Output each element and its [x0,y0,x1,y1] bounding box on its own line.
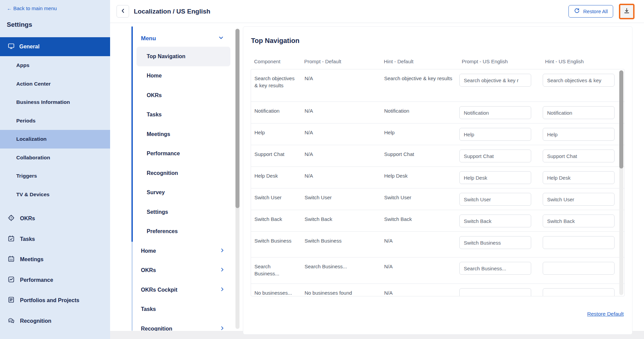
menu-item-settings[interactable]: Settings [131,202,241,222]
hint-us-input[interactable] [543,74,615,87]
chat-bubbles-icon [7,317,15,325]
sidebar-item-performance[interactable]: Performance [0,270,110,291]
hint-default-cell: N/A [381,232,459,257]
calendar-dots-icon [7,255,15,264]
menu-section-okrs-cockpit[interactable]: OKRs Cockpit [131,280,241,300]
prompt-us-input[interactable] [459,262,531,275]
column-header-prompt-us: Prompt - US English [459,59,542,64]
menu-section-label: Tasks [141,306,156,312]
menu-item-home[interactable]: Home [131,66,241,86]
component-cell: Switch User [251,188,302,210]
sidebar-item-tv-devices[interactable]: TV & Devices [0,185,110,204]
hint-us-input[interactable] [543,128,615,141]
menu-item-top-navigation[interactable]: Top Navigation [137,47,230,66]
topbar: Localization / US English Restore All [110,0,644,23]
hint-default-cell: Switch User [381,188,459,210]
chevron-right-icon [220,267,225,274]
sidebar-title: Settings [7,21,32,28]
restore-default-link[interactable]: Restore Default [587,311,624,317]
sidebar-item-periods[interactable]: Periods [0,112,110,130]
prompt-us-input[interactable] [459,236,531,249]
hint-us-input[interactable] [543,193,615,206]
table-row: Switch Business Switch Business N/A [251,231,624,257]
sidebar-item-tasks[interactable]: Tasks [0,229,110,250]
prompt-us-input[interactable] [459,193,531,206]
menu-item-recognition[interactable]: Recognition [131,163,241,183]
sidebar-nav: General Apps Action Center Business Info… [0,37,110,331]
menu-section-label: OKRs Cockpit [141,287,178,293]
hint-us-input[interactable] [543,106,615,119]
prompt-default-cell: Switch Back [302,210,381,231]
chevron-right-icon [220,248,225,254]
prompt-us-input[interactable] [459,74,531,87]
chart-line-icon [7,276,15,285]
prompt-us-input[interactable] [459,214,531,227]
table-row: Search objectives & key results N/A Sear… [251,69,624,101]
hint-default-cell: Switch Back [381,210,459,231]
menu-group-header[interactable]: Menu [141,32,224,45]
sidebar-item-action-center[interactable]: Action Center [0,75,110,93]
menu-item-preferences[interactable]: Preferences [131,222,241,242]
settings-sidebar: ← Back to main menu Settings General App… [0,0,110,339]
sidebar-item-recognition[interactable]: Recognition [0,311,110,332]
menu-item-performance[interactable]: Performance [131,144,241,164]
restore-all-button[interactable]: Restore All [568,5,613,18]
menu-section-okrs[interactable]: OKRs [131,261,241,280]
sidebar-item-triggers[interactable]: Triggers [0,167,110,185]
column-header-hint-default: Hint - Default [381,59,459,64]
document-lines-icon [7,296,15,305]
hint-us-input[interactable] [543,262,615,275]
chevron-right-icon [220,287,225,293]
prompt-us-input[interactable] [459,106,531,119]
hint-us-input[interactable] [543,171,615,184]
sidebar-item-business-information[interactable]: Business Information [0,93,110,112]
prompt-default-cell: N/A [302,69,381,101]
prompt-us-input[interactable] [459,288,531,296]
hint-us-input[interactable] [543,150,615,162]
prompt-us-input[interactable] [459,150,531,162]
sidebar-item-portfolios-projects[interactable]: Portfolios and Projects [0,290,110,311]
hint-us-input[interactable] [543,236,615,249]
table-row: Help N/A Help [251,123,624,145]
hint-us-input[interactable] [543,214,615,227]
sidebar-item-meetings[interactable]: Meetings [0,249,110,270]
menu-item-tasks[interactable]: Tasks [131,105,241,125]
table-header: Component Prompt - Default Hint - Defaul… [251,59,625,64]
prompt-default-cell: Switch Business [302,232,381,257]
sidebar-item-collaboration[interactable]: Collaboration [0,149,110,167]
hint-default-cell: Search objective & key results [381,69,459,101]
table-scrollbar-thumb[interactable] [619,70,623,168]
sidebar-item-label: Performance [20,277,53,283]
download-button[interactable] [619,4,635,19]
chevron-down-icon [218,35,224,42]
sidebar-item-okrs[interactable]: OKRs [0,208,110,229]
sidebar-item-label: Tasks [20,236,35,242]
chevron-left-icon [120,8,126,15]
sidebar-item-general[interactable]: General [0,37,110,56]
target-icon [7,214,15,223]
menu-item-okrs[interactable]: OKRs [131,86,241,105]
menu-section-tasks[interactable]: Tasks [131,300,241,319]
prompt-us-input[interactable] [459,171,531,184]
back-button[interactable] [117,5,129,18]
localization-menu-panel: Menu Top Navigation Home OKRs Tasks Meet… [131,26,241,331]
sidebar-item-apps[interactable]: Apps [0,56,110,75]
prompt-default-cell: N/A [302,167,381,188]
prompt-us-input[interactable] [459,128,531,141]
menu-scrollbar-thumb[interactable] [235,29,240,208]
hint-default-cell: Help [381,123,459,145]
menu-section-recognition[interactable]: Recognition [131,319,241,331]
menu-item-survey[interactable]: Survey [131,183,241,203]
hint-us-input[interactable] [543,288,615,296]
menu-accent-bar [131,26,133,242]
menu-section-home[interactable]: Home [131,241,241,261]
back-to-main-menu-link[interactable]: ← Back to main menu [7,5,57,11]
component-cell: Notification [251,102,302,123]
table-row: Switch User Switch User Switch User [251,188,624,210]
table-row: Support Chat N/A Support Chat [251,145,624,166]
download-icon [623,7,630,15]
menu-item-meetings[interactable]: Meetings [131,125,241,144]
sidebar-item-localization[interactable]: Localization [0,130,110,149]
table-row: Search Business... Search Business... N/… [251,257,624,284]
prompt-default-cell: No businesses found [302,284,381,296]
